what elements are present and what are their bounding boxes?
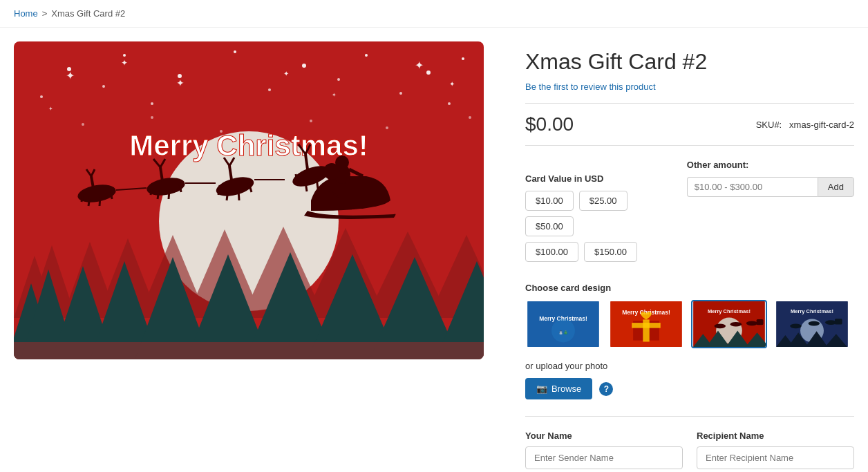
svg-text:✦: ✦ xyxy=(66,70,75,82)
sender-name-label: Your Name xyxy=(525,431,683,441)
svg-text:✦: ✦ xyxy=(176,77,185,88)
breadcrumb-home[interactable]: Home xyxy=(14,8,38,19)
product-info-section: Xmas Gift Card #2 Be the first to review… xyxy=(525,41,854,469)
value-btn-25[interactable]: $25.00 xyxy=(579,191,628,211)
svg-point-122 xyxy=(790,324,802,329)
svg-line-38 xyxy=(88,197,90,206)
svg-text:⛄🎄: ⛄🎄 xyxy=(558,330,569,336)
breadcrumb-current: Xmas Gift Card #2 xyxy=(51,8,125,19)
design-thumbnails: Merry Christmas! ⛄🎄 Merry Christmas! xyxy=(525,300,854,348)
sku-value: xmas-gift-card-2 xyxy=(789,120,854,130)
svg-text:✦: ✦ xyxy=(449,80,455,88)
value-buttons-row-2: $100.00 $150.00 xyxy=(525,242,673,262)
card-design-label: Choose card design xyxy=(525,283,854,293)
design-thumb-red-gift[interactable]: Merry Christmas! xyxy=(608,300,684,348)
svg-point-8 xyxy=(462,57,464,60)
svg-text:✦: ✦ xyxy=(283,70,289,77)
sender-name-field: Your Name xyxy=(525,431,683,469)
value-btn-10[interactable]: $10.00 xyxy=(525,191,574,211)
value-btn-150[interactable]: $150.00 xyxy=(584,242,637,262)
design-thumb-blue[interactable]: Merry Christmas! ⛄🎄 xyxy=(525,300,601,348)
svg-point-15 xyxy=(448,102,451,105)
upload-label: or upload your photo xyxy=(525,361,854,371)
svg-text:✦: ✦ xyxy=(121,58,128,68)
svg-point-24 xyxy=(82,123,84,126)
svg-point-28 xyxy=(386,126,388,129)
design-thumb-blue-night[interactable]: Merry Christmas! xyxy=(774,300,850,348)
svg-point-29 xyxy=(469,116,471,119)
recipient-name-input[interactable] xyxy=(697,446,854,469)
names-section: Your Name Recipient Name xyxy=(525,416,854,469)
svg-line-46 xyxy=(158,190,159,199)
svg-line-61 xyxy=(317,178,318,189)
svg-point-11 xyxy=(151,102,153,105)
svg-point-10 xyxy=(102,85,105,88)
svg-line-47 xyxy=(151,187,152,195)
other-amount-row: Add xyxy=(687,177,854,197)
recipient-name-label: Recipient Name xyxy=(697,431,854,441)
svg-point-108 xyxy=(730,322,742,327)
svg-point-109 xyxy=(746,321,758,326)
svg-line-53 xyxy=(238,190,239,200)
other-amount-input[interactable] xyxy=(687,177,818,197)
svg-text:Merry Christmas!: Merry Christmas! xyxy=(708,308,751,314)
price-bottom-divider xyxy=(525,145,854,146)
svg-point-4 xyxy=(234,50,236,53)
price-divider xyxy=(525,103,854,104)
breadcrumb-separator: > xyxy=(42,8,48,19)
sku-label: SKU#: xyxy=(756,120,782,130)
names-row: Your Name Recipient Name xyxy=(525,431,854,469)
value-btn-100[interactable]: $100.00 xyxy=(525,242,578,262)
card-design-section: Choose card design Merry Christmas! ⛄🎄 xyxy=(525,283,854,348)
value-buttons-row: $10.00 $25.00 $50.00 xyxy=(525,191,673,236)
browse-row: 📷 Browse ? xyxy=(525,378,854,399)
svg-point-70 xyxy=(323,163,340,180)
other-amount-label: Other amount: xyxy=(687,160,854,170)
card-value-label: Card Value in USD xyxy=(525,173,673,184)
svg-line-63 xyxy=(296,174,297,183)
svg-point-2 xyxy=(123,54,126,57)
svg-text:✦: ✦ xyxy=(332,92,337,98)
camera-icon: 📷 xyxy=(536,384,547,394)
browse-label: Browse xyxy=(551,384,581,394)
sender-name-input[interactable] xyxy=(525,446,683,469)
svg-line-36 xyxy=(111,190,112,199)
product-image-wrapper: ✦ ✦ ✦ ✦ ✦ ✦ ✦ ✦ Merry Christmas! xyxy=(14,41,484,359)
card-value-row: Card Value in USD $10.00 $25.00 $50.00 $… xyxy=(525,160,854,267)
svg-line-54 xyxy=(227,190,228,200)
product-image: ✦ ✦ ✦ ✦ ✦ ✦ ✦ ✦ Merry Christmas! xyxy=(14,41,484,359)
breadcrumb: Home > Xmas Gift Card #2 xyxy=(0,0,868,28)
review-link[interactable]: Be the first to review this product xyxy=(525,82,854,92)
upload-section: or upload your photo 📷 Browse ? xyxy=(525,361,854,399)
svg-rect-94 xyxy=(14,342,484,359)
svg-line-45 xyxy=(169,190,169,199)
svg-point-13 xyxy=(337,78,340,81)
svg-line-39 xyxy=(82,193,83,202)
svg-rect-110 xyxy=(757,319,764,325)
svg-point-7 xyxy=(426,70,431,75)
product-title: Xmas Gift Card #2 xyxy=(525,48,854,75)
svg-point-14 xyxy=(399,92,402,95)
svg-point-5 xyxy=(302,64,306,68)
value-btn-50[interactable]: $50.00 xyxy=(525,216,574,236)
svg-point-123 xyxy=(809,321,820,326)
sku-block: SKU#: xmas-gift-card-2 xyxy=(756,120,854,130)
card-value-section: Card Value in USD $10.00 $25.00 $50.00 $… xyxy=(525,173,673,267)
help-icon[interactable]: ? xyxy=(599,382,613,396)
svg-rect-125 xyxy=(835,319,842,325)
svg-point-25 xyxy=(151,116,153,119)
svg-point-107 xyxy=(715,324,726,329)
other-amount-section: Other amount: Add xyxy=(687,160,854,197)
product-price: $0.00 xyxy=(525,113,574,135)
svg-text:✦: ✦ xyxy=(415,59,424,71)
svg-rect-103 xyxy=(632,323,660,329)
svg-text:Merry Christmas!: Merry Christmas! xyxy=(791,308,833,314)
add-amount-button[interactable]: Add xyxy=(818,177,854,197)
svg-text:Merry Christmas!: Merry Christmas! xyxy=(129,129,368,162)
svg-line-62 xyxy=(305,182,307,191)
design-thumb-red-moon[interactable]: Merry Christmas! xyxy=(691,300,767,348)
svg-point-9 xyxy=(40,95,43,98)
svg-line-37 xyxy=(100,197,100,206)
svg-point-6 xyxy=(365,54,368,57)
browse-button[interactable]: 📷 Browse xyxy=(525,378,592,399)
